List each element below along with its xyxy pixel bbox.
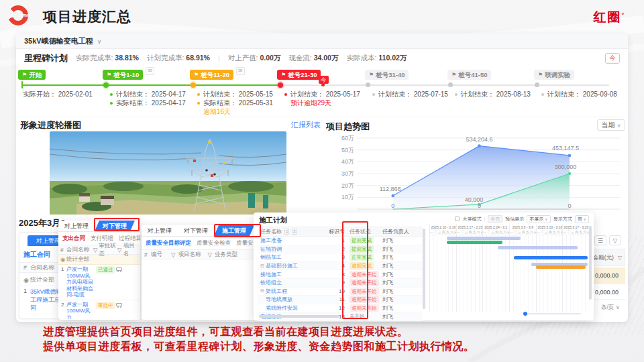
table-horizontal-scrollbar[interactable] [259, 315, 339, 318]
gantt-zoom-slider[interactable] [523, 311, 581, 316]
tab-duixia[interactable]: 对下管理 [95, 221, 135, 231]
subtab-qs-check[interactable]: 质量安全检查 [197, 239, 231, 247]
task-name-link[interactable]: 施工准备 [260, 237, 282, 244]
flag-icon: ⚑ [538, 70, 543, 80]
expand-icon[interactable]: ⊟ [260, 288, 264, 294]
task-row[interactable]: 铁塔组立9逾期未开始刘飞 [258, 279, 423, 288]
contract-link[interactable]: 卢发一期100MW风力风电项目材料采购合同-电缆 [66, 266, 95, 298]
task-row[interactable]: ⊟基础部分施工4逾期完成刘飞 [258, 262, 423, 271]
svg-text:0: 0 [391, 202, 394, 209]
task-name-link[interactable]: 铁塔组立 [260, 279, 282, 286]
mail-icon[interactable]: ✉ [236, 67, 245, 75]
construction-contract-label[interactable]: 施工合同 [23, 250, 50, 259]
gantt-bar[interactable] [536, 265, 586, 269]
svg-text:10万: 10万 [341, 194, 354, 200]
card-vertical-scrollbar[interactable] [589, 226, 592, 300]
progress-photo-carousel[interactable] [50, 131, 286, 215]
task-name-link[interactable]: 紧线附件安装 [266, 304, 298, 312]
mail-icon[interactable]: ✉ [146, 67, 154, 75]
filter-button[interactable]: ▽ [609, 235, 621, 245]
fullscreen-checkbox[interactable] [455, 217, 460, 221]
display-mode-label: 显示方式 [553, 216, 572, 223]
task-name-link[interactable]: 导地线展放 [266, 296, 292, 303]
gantt-today-button[interactable]: 今日 [488, 215, 502, 223]
milestone-flag-badge[interactable]: ⚑桩号41-50 [447, 70, 491, 80]
task-row[interactable]: 钢筋加工3正常完成刘飞 [258, 253, 423, 262]
today-button[interactable]: 今 [605, 53, 620, 64]
task-name-link[interactable]: 接地施工 [260, 271, 282, 278]
toolbar-divider: | [484, 217, 485, 221]
milestone-detail-line: 计划结束： 2025-09-08 [541, 90, 617, 99]
task-row[interactable]: ⊟架线工程10逾期未开始刘飞 [258, 288, 423, 296]
task-owner: 刘飞 [374, 304, 409, 312]
sort-badge-1[interactable]: 1 [284, 229, 289, 235]
slider-knob[interactable] [523, 312, 527, 316]
svg-text:30万: 30万 [341, 170, 354, 177]
task-row[interactable]: 征地协调2提前完成刘飞 [258, 245, 423, 254]
flag-icon: ⚑ [281, 70, 286, 80]
gantt-bar[interactable] [447, 241, 502, 244]
card-a-row-1[interactable]: 1 卢发一期100MW风力风电项目材料采购合同-电缆 已通过 [58, 265, 140, 300]
task-name-link[interactable]: 钢筋加工 [260, 253, 282, 261]
task-name-link[interactable]: 征地协调 [260, 245, 282, 253]
filter-icon[interactable]: ▽ [615, 255, 625, 261]
subtab-expense-contract[interactable]: 支出合同 [62, 235, 85, 243]
subtab-qs-target[interactable]: 质量安全目标评定 [146, 239, 191, 247]
tab-duishang[interactable]: 对上管理 [142, 225, 178, 236]
filter-icon[interactable]: ▽ [208, 251, 213, 258]
task-row[interactable]: 接地施工8逾期未开始刘飞 [258, 270, 423, 279]
gantt-week-column: 2025.3.17 - 3.23一二三四五六日 [562, 225, 589, 235]
forecast-select[interactable]: 不展示 ∨ [527, 215, 550, 223]
milestone-label: 桩号41-50 [458, 70, 487, 80]
contract-link[interactable]: 卢发一期100MW风力 [66, 302, 95, 318]
period-dropdown[interactable]: 当期 ∨ [597, 119, 625, 131]
milestone-dot [191, 82, 196, 88]
gantt-bar[interactable] [498, 246, 578, 249]
chevron-down-icon: ∨ [616, 123, 621, 129]
task-name-link[interactable]: 架线工程 [266, 288, 287, 295]
logo-crm-text: CRM [21, 13, 28, 17]
today-marker-dot [321, 83, 325, 86]
task-row[interactable]: 紧线附件安装12逾期未开始刘飞 [258, 304, 423, 313]
milestone-flag-badge[interactable]: ⚑桩号1-10 [103, 70, 143, 80]
card-b-subtabs: 质量安全目标评定 质量安全检查 质量安全奖罚 质 [142, 237, 259, 249]
tab-duishang[interactable]: 对上管理 [58, 221, 95, 231]
column-settings-button[interactable]: ☰ [594, 235, 606, 245]
milestone-flag-badge[interactable]: ⚑桩号21-30 [277, 70, 321, 80]
milestone-details: 计划结束： 2025-08-13 [455, 90, 531, 99]
card-a-row-2[interactable]: 2 卢发一期100MW风力 审批中 [58, 300, 140, 319]
filter-icon[interactable]: ▽ [117, 247, 122, 253]
task-table: 任务名称 1 2 标识号 任务状态 任务负责人 施工准备1提前完成刘飞征地协调2… [258, 227, 423, 321]
milestone-flag-badge[interactable]: ⚑开始 [18, 70, 46, 80]
milestone-flag-badge[interactable]: ⚑桩号31-40 [365, 70, 409, 80]
construction-plan-title: 施工计划 [259, 216, 287, 225]
slider-track [523, 313, 581, 314]
status-badge: 已通过 [96, 266, 115, 274]
display-mode-select[interactable]: 周 ∨ [575, 215, 589, 223]
milestone-detail-line: 实际开始： 2025-02-01 [23, 90, 93, 99]
pager-size-select[interactable]: 条/页 ∨ [601, 304, 620, 312]
project-selector[interactable]: 35kV峨德输变电工程∨ [16, 34, 628, 49]
table-vertical-scrollbar[interactable] [423, 229, 425, 309]
sort-badge-2[interactable]: 2 [292, 229, 297, 235]
card-a-table-header: # 合同名称▽ 审批状态▽ 项目名 [58, 245, 140, 255]
task-table-body: 施工准备1提前完成刘飞征地协调2提前完成刘飞钢筋加工3正常完成刘飞⊟基础部分施工… [258, 237, 423, 321]
filter-icon[interactable]: ▽ [171, 251, 176, 258]
stat-circle-icon: ◉ [19, 277, 30, 284]
gantt-bar[interactable] [447, 237, 520, 240]
milestone-flag-badge[interactable]: ⚑桩号11-20 [190, 70, 233, 80]
flag-icon: ⚑ [22, 70, 27, 80]
gantt-bar[interactable] [514, 256, 587, 259]
task-row[interactable]: 施工准备1提前完成刘飞 [258, 237, 423, 245]
task-row[interactable]: 导地线展放11逾期未开始刘飞 [258, 296, 423, 304]
tab-construction-management[interactable]: 施工管理 [214, 225, 254, 236]
brand-mark: ° [621, 11, 625, 18]
milestone-flag-badge[interactable]: ⚑联调实验 [534, 70, 574, 80]
task-id: 10 [326, 288, 345, 294]
slide-stage: CRM 项目进度汇总 红圈° 35kV峨德输变电工程∨ 里程碑计划 实际完成率:… [0, 0, 644, 362]
tab-duixia[interactable]: 对下管理 [178, 225, 214, 236]
report-list-link[interactable]: 汇报列表 [291, 120, 321, 130]
task-name-link[interactable]: 基础部分施工 [266, 262, 298, 269]
filter-icon[interactable]: ▽ [93, 247, 98, 253]
expand-icon[interactable]: ⊟ [260, 263, 264, 269]
